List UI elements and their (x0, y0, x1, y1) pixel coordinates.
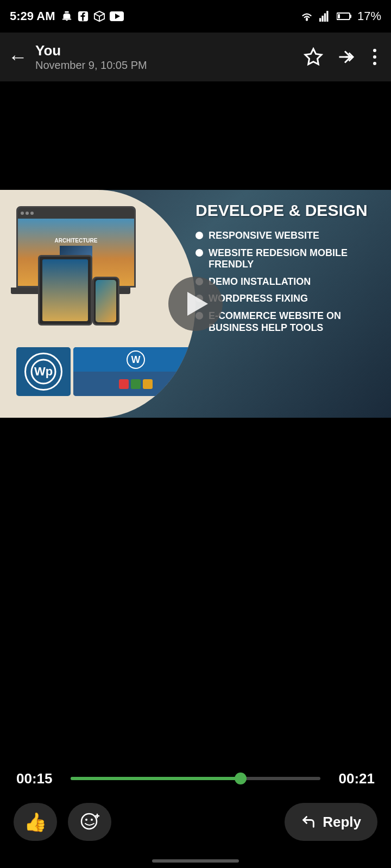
bullet-1 (195, 232, 203, 239)
svg-marker-13 (305, 49, 321, 65)
svg-rect-6 (319, 18, 321, 22)
progress-bar-area: 00:15 00:21 (0, 760, 391, 797)
wordpress-tile: W (73, 347, 195, 396)
star-icon[interactable] (304, 47, 323, 67)
thumbs-up-icon: 👍 (24, 811, 47, 833)
reply-label: Reply (323, 814, 361, 831)
svg-point-14 (373, 49, 376, 52)
wifi-icon (300, 10, 314, 22)
svg-rect-1 (62, 19, 71, 20)
battery-icon (337, 11, 352, 21)
back-button[interactable]: ← (8, 46, 28, 68)
header-bar: ← You November 9, 10:05 PM (0, 33, 391, 81)
video-left-panel: ARCHITECTURE (0, 190, 195, 418)
feature-item-3: DEMO INSTALLATION (195, 276, 380, 288)
email-info: You November 9, 10:05 PM (35, 42, 304, 72)
svg-point-16 (373, 62, 376, 65)
svg-rect-0 (65, 11, 68, 13)
wp-logo: Wp (24, 353, 62, 391)
home-indicator (152, 859, 239, 863)
video-container: ARCHITECTURE (0, 81, 391, 781)
total-time: 00:21 (331, 770, 375, 787)
progress-thumb[interactable] (235, 773, 247, 784)
tablet-mockup (38, 255, 92, 326)
feature-item-4: WORDPRESS FIXING (195, 293, 380, 305)
feature-item-5: E-COMMERCE WEBSITE ON BUSINESS HELP TOOL… (195, 310, 380, 334)
signal-icon (319, 10, 331, 22)
video-title: DEVELOPE & DESIGN (195, 201, 380, 220)
sender-name: You (35, 42, 304, 59)
thumbs-up-button[interactable]: 👍 (14, 803, 57, 841)
wp-tile: Wp (16, 347, 71, 396)
more-menu-icon[interactable] (367, 47, 383, 67)
emoji-reaction-button[interactable] (68, 803, 111, 841)
svg-rect-11 (350, 15, 351, 18)
youtube-icon (110, 11, 124, 21)
bottom-toolbar: 👍 Reply (0, 797, 391, 846)
forward-icon[interactable] (335, 47, 355, 67)
game-icon (93, 10, 105, 22)
reply-button[interactable]: Reply (285, 803, 377, 841)
svg-point-22 (85, 819, 87, 821)
progress-fill (71, 777, 241, 780)
notification-icon (61, 10, 73, 22)
svg-point-5 (306, 18, 308, 21)
svg-rect-7 (321, 16, 323, 22)
feature-item-2: WEBSITE REDESIGN MOBILE FRENDLY (195, 247, 380, 271)
svg-rect-8 (324, 14, 326, 22)
status-time: 5:29 AM (10, 9, 55, 23)
svg-text:W: W (131, 354, 141, 365)
svg-rect-9 (326, 11, 328, 22)
play-button[interactable] (168, 277, 223, 331)
video-frame[interactable]: ARCHITECTURE (0, 190, 391, 418)
reply-icon (301, 814, 316, 829)
play-triangle-icon (187, 292, 208, 316)
svg-point-21 (81, 814, 97, 829)
header-actions (304, 47, 383, 67)
current-time: 00:15 (16, 770, 60, 787)
email-date: November 9, 10:05 PM (35, 59, 304, 72)
bullet-2 (195, 249, 203, 257)
status-notification-icons (61, 10, 124, 22)
svg-point-15 (373, 55, 376, 59)
facebook-icon (77, 10, 89, 22)
svg-text:Wp: Wp (34, 365, 53, 378)
svg-rect-12 (338, 14, 340, 18)
status-bar: 5:29 AM (0, 0, 391, 33)
svg-point-23 (91, 819, 93, 821)
device-mockup: ARCHITECTURE (11, 201, 185, 407)
progress-track[interactable] (71, 777, 320, 780)
status-right-icons: 17% (300, 9, 381, 23)
feature-list: RESPONSIVE WEBSITE WEBSITE REDESIGN MOBI… (195, 230, 380, 334)
feature-item-1: RESPONSIVE WEBSITE (195, 230, 380, 242)
emoji-add-icon (79, 812, 100, 832)
phone-mockup (92, 277, 119, 326)
battery-percentage: 17% (357, 9, 381, 23)
